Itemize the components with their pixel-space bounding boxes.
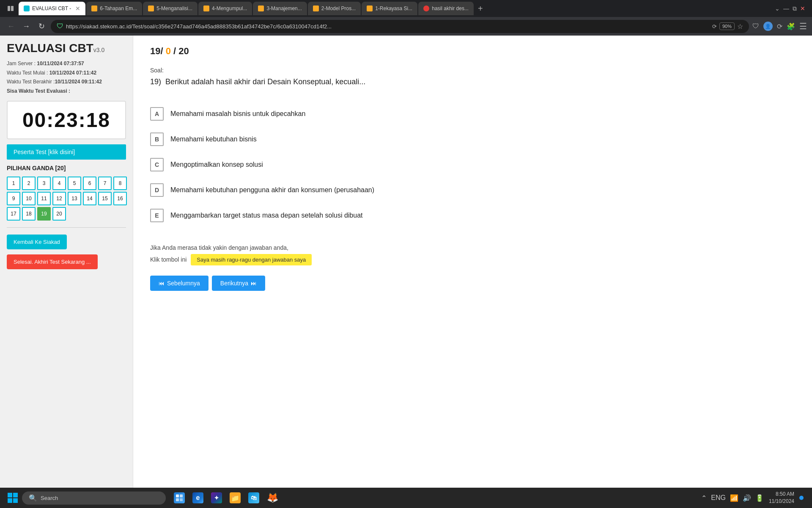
svg-rect-0 (8, 6, 10, 11)
svg-rect-3 (13, 493, 18, 497)
tab-label-7: 1-Rekayasa Si... (375, 6, 412, 11)
option-e[interactable]: E Menggambarkan target status masa depan… (150, 203, 795, 228)
notification-badge[interactable] (799, 496, 804, 500)
restore-icon[interactable]: ⧉ (793, 5, 797, 12)
system-tray-icons: ⌃ ENG 📶 🔊 🔋 (701, 494, 764, 502)
forward-button[interactable]: → (20, 20, 32, 32)
page-layout: EVALUASI CBTv3.0 Jam Server : 10/11/2024… (0, 36, 812, 488)
q-btn-14[interactable]: 14 (83, 192, 96, 205)
taskbar-app-copilot[interactable]: ✦ (208, 489, 225, 506)
time-display: 8:50 AM (769, 491, 794, 498)
profile-icon[interactable]: 👤 (763, 22, 773, 31)
url-text: https://siakad.stekom.ac.id/Test/soal/c3… (66, 23, 710, 30)
taskbar-app-widgets[interactable] (171, 489, 188, 506)
q-btn-13[interactable]: 13 (68, 192, 81, 205)
q-btn-5[interactable]: 5 (68, 177, 81, 190)
q-btn-12[interactable]: 12 (52, 192, 66, 205)
timer-display: 00:23:18 (14, 108, 118, 132)
q-btn-3[interactable]: 3 (37, 177, 51, 190)
tab-close-active[interactable]: ✕ (75, 5, 80, 12)
extensions-icon[interactable]: 🧩 (787, 22, 795, 30)
refresh-button[interactable]: ↻ (36, 20, 47, 32)
svg-rect-7 (180, 494, 183, 497)
svg-rect-9 (180, 498, 183, 501)
date-display: 11/10/2024 (769, 498, 794, 505)
uncertainty-line2: Klik tombol ini Saya masih ragu-ragu den… (150, 254, 795, 265)
q-btn-17[interactable]: 17 (7, 207, 20, 221)
menu-icon[interactable]: ☰ (799, 21, 807, 31)
tab-label-active: EVALUASI CBT - (32, 6, 71, 11)
sound-icon: 🔊 (743, 494, 751, 502)
tab-6tahapan[interactable]: 6-Tahapan Em... (86, 2, 142, 15)
uncertainty-line1: Jika Anda merasa tidak yakin dengan jawa… (150, 242, 795, 254)
svg-rect-2 (8, 493, 12, 497)
q-btn-18[interactable]: 18 (22, 207, 36, 221)
timer-box: 00:23:18 (7, 101, 126, 139)
q-btn-7[interactable]: 7 (98, 177, 112, 190)
chevron-up-icon[interactable]: ⌃ (701, 494, 707, 502)
firefox-monitor-icon[interactable]: 🛡 (752, 22, 759, 30)
tab-3manajemen[interactable]: 3-Manajemen... (253, 2, 307, 15)
new-tab-button[interactable]: + (475, 4, 486, 14)
sync-icon[interactable]: ⟳ (777, 22, 782, 30)
q-btn-8[interactable]: 8 (113, 177, 127, 190)
q-btn-2[interactable]: 2 (22, 177, 36, 190)
tab-1rekayasa[interactable]: 1-Rekayasa Si... (362, 2, 417, 15)
option-a[interactable]: A Memahami masalah bisnis untuk dipecahk… (150, 101, 795, 127)
peserta-button[interactable]: Peserta Test [klik disini] (7, 144, 126, 160)
tab-hasil-akhir[interactable]: hasil akhir des... (418, 2, 474, 15)
svg-rect-5 (13, 498, 18, 503)
q-btn-10[interactable]: 10 (22, 192, 36, 205)
taskbar-app-store[interactable]: 🛍 (245, 489, 262, 506)
q-btn-6[interactable]: 6 (83, 177, 96, 190)
q-btn-15[interactable]: 15 (98, 192, 112, 205)
option-c[interactable]: C Mengoptimalkan konsep solusi (150, 152, 795, 177)
zoom-badge[interactable]: 90% (719, 22, 735, 30)
back-button[interactable]: ← (5, 20, 17, 32)
search-icon: 🔍 (29, 494, 37, 502)
taskbar-apps: e ✦ 📁 🛍 🦊 (171, 489, 281, 506)
soal-label: Soal: (150, 67, 795, 74)
tab-4mengumpul[interactable]: 4-Mengumpul... (198, 2, 252, 15)
q-btn-16[interactable]: 16 (113, 192, 127, 205)
taskbar-app-firefox[interactable]: 🦊 (264, 489, 281, 506)
svg-rect-1 (11, 6, 14, 11)
reload-icon: ⟳ (712, 23, 717, 30)
tab-history-btn[interactable] (3, 3, 18, 14)
start-button[interactable] (5, 490, 20, 505)
q-btn-1[interactable]: 1 (7, 177, 20, 190)
q-btn-4[interactable]: 4 (52, 177, 66, 190)
taskbar: 🔍 Search e ✦ 📁 🛍 (0, 488, 812, 508)
option-d[interactable]: D Memahami kebutuhan pengguna akhir dan … (150, 177, 795, 203)
next-button[interactable]: Berikutnya ⏭ (212, 276, 265, 291)
taskbar-app-edge[interactable]: e (189, 489, 206, 506)
option-b[interactable]: B Memahami kebutuhan bisnis (150, 127, 795, 152)
minimize-icon[interactable]: — (783, 5, 789, 12)
toolbar-right: 🛡 👤 ⟳ 🧩 ☰ (752, 21, 807, 31)
q-btn-19[interactable]: 19 (37, 207, 51, 221)
taskbar-search[interactable]: 🔍 Search (22, 491, 166, 505)
option-text-c: Mengoptimalkan konsep solusi (170, 161, 263, 168)
taskbar-app-files[interactable]: 📁 (227, 489, 244, 506)
bookmark-star-icon[interactable]: ☆ (737, 22, 743, 30)
q-btn-20[interactable]: 20 (52, 207, 66, 221)
q-btn-9[interactable]: 9 (7, 192, 20, 205)
kembali-button[interactable]: Kembali Ke Siakad (7, 235, 67, 249)
option-text-a: Memahami masalah bisnis untuk dipecahkan (170, 110, 305, 118)
tab-dropdown-icon[interactable]: ⌄ (775, 5, 780, 12)
tab-2model[interactable]: 2-Model Pros... (308, 2, 361, 15)
tab-evaluasi-cbt[interactable]: EVALUASI CBT - ✕ (19, 2, 85, 15)
selesai-button[interactable]: Selesai. Akhiri Test Sekarang ... (7, 254, 98, 269)
app-title: EVALUASI CBTv3.0 (7, 42, 126, 54)
tab-5menganalisis[interactable]: 5-Menganalisi... (143, 2, 198, 15)
option-label-c: C (150, 158, 164, 171)
close-window-icon[interactable]: ✕ (800, 5, 805, 12)
uncertainty-section: Jika Anda merasa tidak yakin dengan jawa… (150, 242, 795, 265)
url-bar[interactable]: 🛡 https://siakad.stekom.ac.id/Test/soal/… (51, 20, 749, 33)
option-text-e: Menggambarkan target status masa depan s… (170, 212, 363, 219)
q-btn-11[interactable]: 11 (37, 192, 51, 205)
sidebar: EVALUASI CBTv3.0 Jam Server : 10/11/2024… (0, 36, 133, 488)
lang-indicator: ENG (711, 494, 726, 502)
ragu-button[interactable]: Saya masih ragu-ragu dengan jawaban saya (191, 254, 312, 265)
prev-button[interactable]: ⏮ Sebelumnya (150, 276, 208, 291)
